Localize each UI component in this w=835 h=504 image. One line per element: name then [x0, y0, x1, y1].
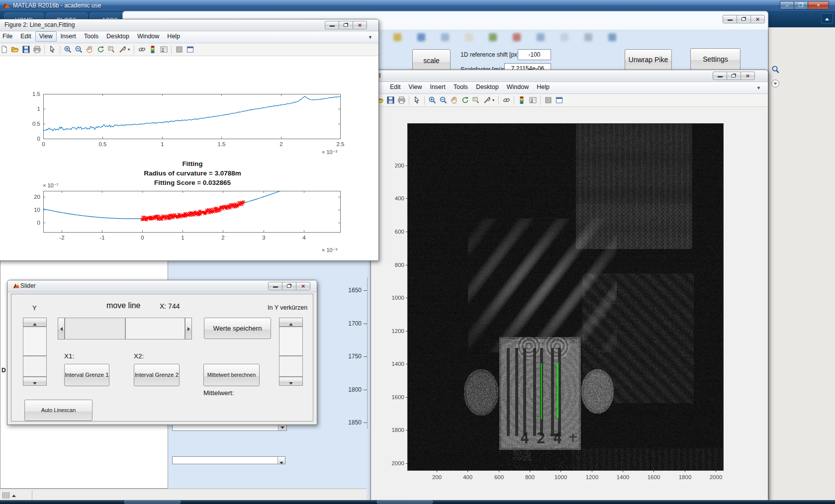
plot-tools-off-icon[interactable] [174, 44, 185, 55]
y-scroll-thumb[interactable] [23, 356, 47, 377]
taskbar-item[interactable] [377, 501, 433, 504]
print-icon[interactable] [31, 44, 42, 55]
save-icon[interactable] [385, 95, 396, 105]
shorten-scroll-track[interactable] [279, 327, 303, 356]
menu-edit[interactable]: Edit [386, 82, 405, 92]
taskbar-item[interactable] [124, 501, 181, 504]
menu-window[interactable]: Window [133, 31, 163, 42]
gui-restore-button[interactable] [737, 15, 751, 23]
menu-file[interactable]: File [0, 31, 16, 42]
cursor-icon[interactable] [411, 95, 422, 105]
mittelwert-berechnen-button[interactable]: Mittelwert berechnen [203, 364, 260, 386]
hidden-plot-ytick: 1800 [342, 386, 362, 393]
link-plots-icon[interactable] [136, 44, 147, 55]
shorten-scroll-thumb[interactable] [279, 356, 303, 377]
menu-desktop[interactable]: Desktop [472, 82, 503, 92]
zoom-in-icon[interactable] [427, 95, 438, 105]
rotate-3d-icon[interactable] [95, 44, 106, 55]
menu-help[interactable]: Help [163, 31, 184, 42]
new-doc-icon[interactable] [0, 44, 9, 55]
figure-minimize-button[interactable] [325, 21, 339, 29]
menu-overflow-icon[interactable]: ▼ [368, 35, 372, 40]
main-minimize-button[interactable]: – [780, 1, 794, 9]
search-icon[interactable] [770, 65, 780, 76]
data-cursor-icon[interactable] [106, 44, 117, 55]
y-scroll-down-button[interactable] [23, 377, 47, 386]
figure2-menubar: FileEditViewInsertToolsDesktopWindowHelp… [0, 31, 378, 43]
toolstrip-collapse-button[interactable] [821, 13, 833, 24]
y-scroll-track[interactable] [23, 327, 47, 356]
figure-close-button[interactable]: × [353, 21, 367, 29]
open-folder-icon[interactable] [9, 44, 20, 55]
menu-desktop[interactable]: Desktop [102, 31, 133, 42]
move-line-right-button[interactable] [185, 318, 192, 339]
toolbar-separator [60, 45, 60, 54]
werte-speichern-button[interactable]: Werte speichern [204, 318, 271, 339]
x1-label: X1: [64, 352, 74, 360]
settings-button[interactable]: Settings [690, 48, 741, 70]
gui-close-button[interactable]: × [750, 15, 765, 23]
shorten-scroll-down-button[interactable] [279, 377, 303, 386]
move-line-left-button[interactable] [58, 318, 65, 339]
brush-dropdown-icon[interactable]: ▾ [492, 98, 496, 102]
rotate-3d-icon[interactable] [460, 95, 470, 105]
combo-box[interactable] [172, 456, 285, 464]
move-line-thumb[interactable] [65, 318, 125, 339]
legend-icon[interactable] [158, 44, 169, 55]
brush-icon[interactable] [117, 44, 128, 55]
figure-restore-button[interactable] [339, 21, 353, 29]
figure-minimize-button[interactable] [713, 72, 727, 80]
main-restore-button[interactable]: ❐ [794, 1, 808, 9]
zoom-out-icon[interactable] [73, 44, 84, 55]
expand-circle-icon[interactable] [770, 79, 780, 90]
print-icon[interactable] [396, 95, 407, 105]
interval-grenze2-button[interactable]: Interval Grenze 2 [134, 364, 180, 386]
fitting-plot[interactable] [21, 188, 359, 251]
menu-tools[interactable]: Tools [450, 82, 472, 92]
brush-icon[interactable] [481, 95, 492, 105]
data-cursor-icon[interactable] [470, 95, 481, 105]
figure-restore-button[interactable] [727, 72, 741, 80]
menu-insert[interactable]: Insert [57, 31, 80, 42]
menu-help[interactable]: Help [533, 82, 554, 92]
menu-view[interactable]: View [405, 82, 426, 92]
surface-image-plot[interactable] [389, 115, 727, 493]
scale-button[interactable]: scale [412, 49, 451, 73]
menu-view[interactable]: View [35, 31, 57, 42]
menu-insert[interactable]: Insert [426, 82, 449, 92]
pan-icon[interactable] [449, 95, 460, 105]
slider-minimize-button[interactable] [268, 282, 282, 290]
zoom-in-icon[interactable] [62, 44, 73, 55]
auto-linescan-button[interactable]: Auto Linescan [24, 400, 93, 421]
menu-edit[interactable]: Edit [16, 31, 35, 42]
move-line-track[interactable] [125, 318, 185, 339]
colorbar-icon[interactable] [516, 95, 527, 105]
main-close-button[interactable]: × [808, 1, 829, 9]
figure-close-button[interactable]: × [741, 72, 755, 80]
interval-grenze1-button[interactable]: Interval Grenze 1 [64, 364, 109, 386]
pan-icon[interactable] [84, 44, 95, 55]
menu-tools[interactable]: Tools [80, 31, 102, 42]
colorbar-icon[interactable] [147, 44, 158, 55]
save-icon[interactable] [20, 44, 31, 55]
line-scan-plot[interactable] [21, 84, 359, 154]
ref-shift-input[interactable] [518, 49, 551, 60]
brush-dropdown-icon[interactable]: ▾ [128, 47, 132, 52]
plot-tools-on-icon[interactable] [185, 44, 195, 55]
shorten-scroll-up-button[interactable] [279, 318, 303, 327]
menu-window[interactable]: Window [503, 82, 533, 92]
grip-arrow-icon[interactable] [12, 495, 16, 497]
menu-overflow-icon[interactable]: ▼ [756, 85, 761, 90]
plot-tools-off-icon[interactable] [543, 95, 554, 105]
unwrap-pike-button[interactable]: Unwrap Pike [625, 49, 672, 70]
gui-minimize-button[interactable] [723, 15, 737, 23]
slider-restore-button[interactable] [282, 282, 296, 290]
link-plots-icon[interactable] [501, 95, 512, 105]
legend-icon[interactable] [527, 95, 538, 105]
slider-close-button[interactable]: × [296, 282, 310, 290]
zoom-out-icon[interactable] [438, 95, 449, 105]
cursor-icon[interactable] [47, 44, 58, 55]
windows-taskbar[interactable] [0, 500, 835, 504]
plot-tools-on-icon[interactable] [554, 95, 564, 105]
y-scroll-up-button[interactable] [23, 318, 47, 327]
